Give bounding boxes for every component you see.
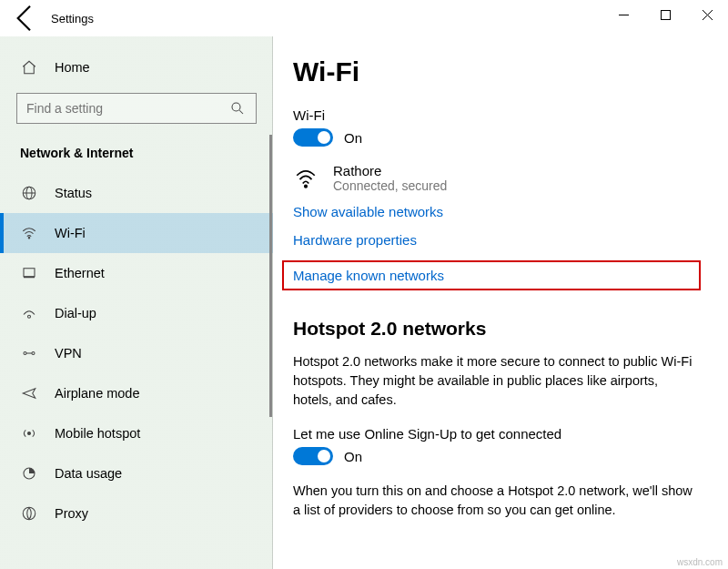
sidebar-item-vpn[interactable]: VPN <box>0 333 273 373</box>
signup-label: Let me use Online Sign-Up to get connect… <box>293 426 701 442</box>
sidebar-item-label: Airplane mode <box>55 386 140 401</box>
maximize-button[interactable] <box>644 0 686 29</box>
vpn-icon <box>20 344 38 362</box>
sidebar-divider <box>272 36 273 569</box>
sidebar-item-ethernet[interactable]: Ethernet <box>0 253 273 293</box>
manage-known-networks-link[interactable]: Manage known networks <box>293 268 444 283</box>
manage-known-networks-highlight: Manage known networks <box>282 260 701 290</box>
minimize-button[interactable] <box>602 0 644 29</box>
sidebar-item-label: Dial-up <box>55 306 96 320</box>
close-button[interactable] <box>686 0 728 29</box>
hotspot-description: Hotspot 2.0 networks make it more secure… <box>293 352 693 410</box>
watermark: wsxdn.com <box>677 557 723 567</box>
back-button[interactable] <box>7 0 44 36</box>
sidebar-item-status[interactable]: Status <box>0 173 273 213</box>
sidebar-item-hotspot[interactable]: Mobile hotspot <box>0 413 273 453</box>
wifi-toggle-row: On <box>293 128 701 147</box>
svg-point-9 <box>28 238 30 239</box>
sidebar-item-wifi[interactable]: Wi-Fi <box>0 213 273 253</box>
svg-rect-11 <box>24 277 35 279</box>
sidebar-item-label: Wi-Fi <box>55 226 86 240</box>
wifi-signal-icon <box>293 166 318 191</box>
current-network[interactable]: Rathore Connected, secured <box>293 163 701 193</box>
home-icon <box>20 58 38 76</box>
sidebar-home-label: Home <box>55 60 90 75</box>
svg-point-12 <box>28 315 31 318</box>
window-title: Settings <box>51 12 94 25</box>
sidebar-scrollbar[interactable] <box>269 135 272 417</box>
sidebar-category: Network & Internet <box>0 137 273 173</box>
search-box[interactable] <box>16 93 257 124</box>
sidebar-item-proxy[interactable]: Proxy <box>0 493 273 533</box>
svg-rect-1 <box>661 10 670 19</box>
svg-line-5 <box>239 110 243 114</box>
page-title: Wi-Fi <box>293 56 701 87</box>
wifi-toggle-state: On <box>344 130 362 146</box>
signup-description: When you turn this on and choose a Hotsp… <box>293 482 693 520</box>
hotspot-icon <box>20 424 38 442</box>
sidebar-home[interactable]: Home <box>0 47 273 87</box>
sidebar: Home Network & Internet Status Wi-Fi Eth… <box>0 36 273 569</box>
hotspot-heading: Hotspot 2.0 networks <box>293 318 701 340</box>
sidebar-item-label: Proxy <box>55 506 88 521</box>
network-status: Connected, secured <box>333 178 447 193</box>
signup-toggle[interactable] <box>293 447 333 465</box>
svg-point-19 <box>305 185 308 188</box>
data-usage-icon <box>20 464 38 483</box>
wifi-toggle[interactable] <box>293 128 333 147</box>
sidebar-item-label: Ethernet <box>55 266 105 280</box>
sidebar-item-airplane[interactable]: Airplane mode <box>0 373 273 413</box>
svg-point-4 <box>232 103 240 111</box>
dialup-icon <box>20 304 38 322</box>
sidebar-item-label: Status <box>55 186 92 200</box>
search-input[interactable] <box>26 101 228 116</box>
sidebar-item-label: Mobile hotspot <box>55 426 140 441</box>
wifi-icon <box>20 224 38 242</box>
signup-toggle-state: On <box>344 449 362 464</box>
svg-point-14 <box>32 352 35 355</box>
content-pane: Wi-Fi Wi-Fi On Rathore Connected, secure… <box>273 36 728 569</box>
hardware-properties-link[interactable]: Hardware properties <box>293 232 417 248</box>
globe-icon <box>20 184 38 202</box>
wifi-section-label: Wi-Fi <box>293 107 701 123</box>
svg-point-13 <box>24 352 26 355</box>
airplane-icon <box>20 384 38 402</box>
svg-point-18 <box>23 507 35 520</box>
signup-toggle-row: On <box>293 447 701 465</box>
sidebar-item-label: Data usage <box>55 466 122 481</box>
svg-rect-10 <box>24 269 35 277</box>
search-icon <box>228 99 247 117</box>
sidebar-item-label: VPN <box>55 346 82 361</box>
sidebar-item-dialup[interactable]: Dial-up <box>0 293 273 333</box>
network-name: Rathore <box>333 163 447 178</box>
show-available-networks-link[interactable]: Show available networks <box>293 204 443 219</box>
proxy-icon <box>20 504 38 523</box>
svg-point-16 <box>28 432 31 435</box>
window-controls <box>602 0 728 29</box>
ethernet-icon <box>20 264 38 282</box>
sidebar-item-datausage[interactable]: Data usage <box>0 453 273 493</box>
